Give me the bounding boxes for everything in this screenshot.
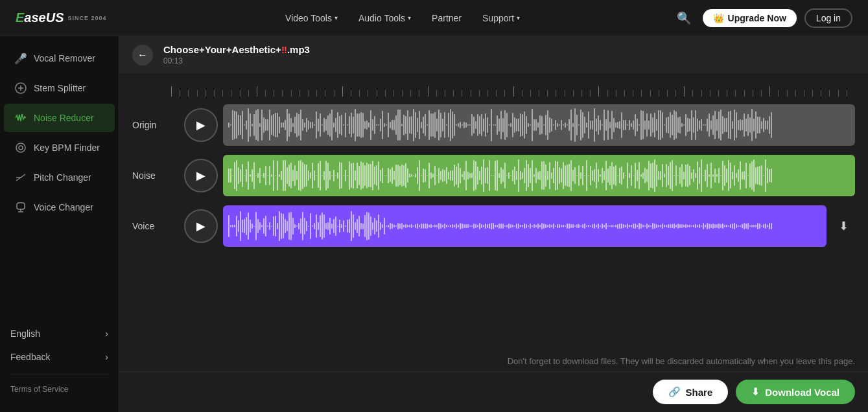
crown-icon: 👑 [713,13,724,23]
tracks-container: Origin ▶ Noise ▶ Voice ▶ [119,97,868,351]
bpm-icon [14,141,27,154]
chevron-down-icon: ▾ [408,14,411,21]
stem-icon [14,82,27,95]
sidebar-item-stem-splitter[interactable]: Stem Splitter [4,74,115,102]
sidebar-item-pitch-changer[interactable]: Pitch Changer [4,163,115,192]
upgrade-button[interactable]: 👑 Upgrade Now [703,9,797,27]
track-origin-play-button[interactable]: ▶ [184,108,218,142]
sidebar-item-noise-reducer[interactable]: Noise Reducer [4,104,115,132]
app-header: EaseUS SINCE 2004 Video Tools ▾ Audio To… [0,0,868,36]
file-name: Choose+Your+Aesthetic+‼.mp3 [163,44,310,55]
share-icon: 🔗 [668,386,681,398]
nav-partner[interactable]: Partner [424,9,469,27]
sidebar-bottom: English › Feedback › Terms of Service [0,322,119,404]
svg-rect-5 [17,203,25,209]
search-button[interactable]: 🔍 [673,7,695,29]
nav-video-tools[interactable]: Video Tools ▾ [277,9,346,27]
chevron-right-icon: › [105,328,108,339]
track-voice: Voice ▶ ⬇ [132,203,855,249]
sidebar-item-key-bpm-finder[interactable]: Key BPM Finder [4,133,115,162]
terms-link[interactable]: Terms of Service [0,380,119,399]
timeline [119,73,868,97]
footer-actions: 🔗 Share ⬇ Download Vocal [119,371,868,412]
file-duration: 00:13 [163,56,310,65]
track-noise-waveform [223,155,855,196]
download-vocal-button[interactable]: ⬇ Download Vocal [736,380,855,404]
content-area: ← Choose+Your+Aesthetic+‼.mp3 00:13 Orig… [119,36,868,412]
share-button[interactable]: 🔗 Share [653,380,729,404]
since-text: SINCE 2004 [68,15,107,21]
sidebar: 🎤 Vocal Remover Stem Splitter Noise Redu… [0,36,119,412]
pitch-icon [14,171,27,184]
file-header: ← Choose+Your+Aesthetic+‼.mp3 00:13 [119,36,868,73]
logo-area: EaseUS SINCE 2004 [16,10,107,25]
sidebar-divider [10,374,108,374]
track-origin-waveform [223,104,855,146]
sidebar-item-vocal-remover[interactable]: 🎤 Vocal Remover [4,44,115,73]
track-origin: Origin ▶ [132,102,855,148]
download-icon: ⬇ [751,386,760,398]
back-button[interactable]: ← [132,45,153,65]
header-actions: 🔍 👑 Upgrade Now Log in [673,7,852,29]
chevron-right-icon: › [105,352,108,362]
file-info: Choose+Your+Aesthetic+‼.mp3 00:13 [163,44,310,65]
svg-point-2 [19,146,23,150]
chevron-down-icon: ▾ [334,14,338,21]
nav-support[interactable]: Support ▾ [475,9,528,27]
sidebar-feedback[interactable]: Feedback › [0,345,119,369]
main-nav: Video Tools ▾ Audio Tools ▾ Partner Supp… [133,9,673,27]
notice-text: Don't forget to download files. They wil… [119,351,868,371]
sidebar-item-voice-changer[interactable]: Voice Changer [4,193,115,222]
track-noise: Noise ▶ [132,152,855,199]
main-layout: 🎤 Vocal Remover Stem Splitter Noise Redu… [0,36,868,412]
track-voice-download-button[interactable]: ⬇ [832,214,855,238]
track-voice-waveform [223,205,827,247]
svg-point-1 [16,143,25,152]
sidebar-language[interactable]: English › [0,322,119,345]
timeline-ticks [171,84,855,97]
login-button[interactable]: Log in [804,8,852,28]
chevron-down-icon: ▾ [517,14,520,21]
waveform-icon [14,111,27,124]
track-origin-label: Origin [132,120,184,130]
logo: EaseUS SINCE 2004 [16,10,107,25]
microphone-icon: 🎤 [14,52,27,65]
track-noise-label: Noise [132,170,184,181]
nav-audio-tools[interactable]: Audio Tools ▾ [351,9,419,27]
track-noise-play-button[interactable]: ▶ [184,159,218,192]
track-voice-label: Voice [132,221,184,231]
voice-icon [14,201,27,214]
track-voice-play-button[interactable]: ▶ [184,209,218,243]
